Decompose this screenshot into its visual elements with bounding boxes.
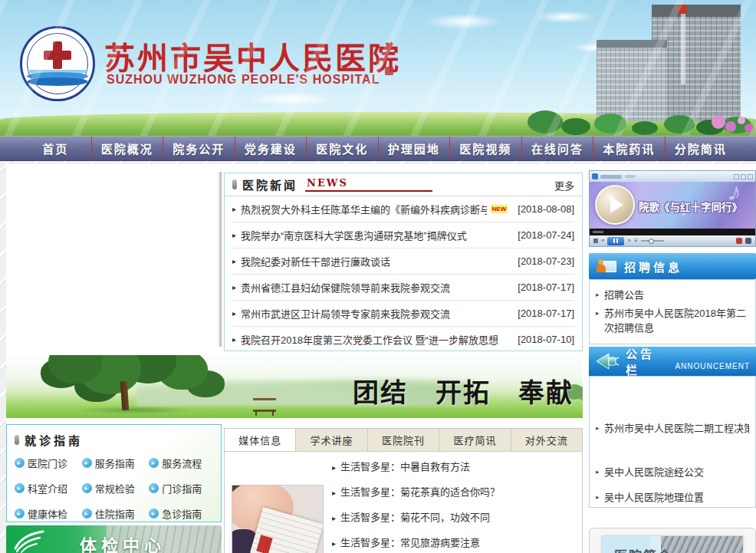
guide-item-inpatient-guide[interactable]: 住院指南	[82, 506, 150, 521]
news-header: 医院新闻 NEWS 更多	[225, 173, 582, 196]
exam-center-title: 体检中心	[80, 532, 166, 553]
news-item-date: [2018-07-17]	[518, 281, 574, 293]
guide-item-outpatient-guide[interactable]: 门诊指南	[149, 481, 216, 495]
circle-arrow-icon	[15, 483, 25, 493]
circle-arrow-icon	[149, 458, 159, 468]
settings-button[interactable]	[745, 238, 751, 244]
video-caption: 院歌《与红十字同行》	[639, 199, 742, 214]
recruit-item[interactable]: 苏州市吴中人民医院2018年第二次招聘信息	[596, 306, 749, 335]
more-link[interactable]: 更多	[554, 178, 574, 193]
news-item-date: [2018-07-24]	[518, 229, 574, 241]
bullet-icon	[232, 179, 237, 189]
media-item[interactable]: 生活智多星：中暑自救有方法	[332, 454, 576, 479]
slogan-text: 团结 开拓 奉献	[353, 372, 574, 410]
flowers-illustration	[712, 114, 756, 136]
recruit-list: 招聘公告 苏州市吴中人民医院2018年第二次招聘信息	[589, 279, 756, 344]
nav-item-pharmacy-news[interactable]: 本院药讯	[593, 137, 665, 160]
intro-title: 医院简介	[614, 545, 672, 553]
stop-button[interactable]	[593, 239, 598, 243]
intro-image: 医院简介	[602, 536, 743, 553]
tab-medical-brief[interactable]: 医疗简讯	[439, 429, 511, 451]
tab-media-info[interactable]: 媒体信息	[225, 429, 296, 451]
new-badge: NEW	[491, 205, 508, 213]
record-button[interactable]	[736, 238, 742, 244]
announcement-header: 公告栏 ANNOUNCEMENT	[589, 347, 756, 376]
media-photo	[232, 485, 324, 553]
tab-academic-lecture[interactable]: 学术讲座	[296, 429, 367, 451]
playlist-button[interactable]: ≡	[634, 235, 638, 246]
news-item-title[interactable]: 我院举办“南京医科大学医患沟通研究基地”揭牌仪式	[241, 228, 511, 242]
news-item[interactable]: 我院召开2018年度第三次党委工作会议 暨“进一步解放思想 [2018-07-1…	[232, 327, 574, 352]
player-logo-icon	[592, 173, 598, 179]
nav-item-overview[interactable]: 医院概况	[91, 137, 163, 160]
volume-slider[interactable]	[641, 240, 664, 242]
tab-external-exchange[interactable]: 对外交流	[511, 429, 582, 451]
guide-item-emergency-guide[interactable]: 急诊指南	[149, 506, 216, 521]
building-logo-sign	[678, 5, 687, 14]
announcement-item[interactable]: 苏州市吴中人民医院二期工程决策事	[596, 421, 749, 436]
guide-item-outpatient[interactable]: 医院门诊	[15, 456, 82, 470]
building-sign-strip	[681, 14, 685, 84]
signature-seal	[379, 41, 399, 75]
guide-item-service-flow[interactable]: 服务流程	[149, 456, 216, 470]
grass-illustration	[0, 112, 756, 136]
circle-arrow-icon	[149, 509, 159, 518]
news-title: 医院新闻	[242, 176, 297, 193]
news-item[interactable]: 热烈祝贺大外科主任陈革华主编的《新编外科疾病诊断与治 NEW [2018-08-…	[232, 196, 574, 222]
news-item-title[interactable]: 常州市武进区卫计局领导专家前来我院参观交流	[241, 306, 511, 321]
announcement-title-en: ANNOUNCEMENT	[675, 362, 750, 370]
guide-item-service-guide[interactable]: 服务指南	[82, 456, 150, 470]
media-item[interactable]: 生活智多星：菊花茶真的适合你吗？	[332, 479, 576, 505]
minimize-icon[interactable]	[734, 174, 739, 179]
news-item-date: [2018-08-08]	[518, 203, 574, 215]
news-item-title[interactable]: 我院召开2018年度第三次党委工作会议 暨“进一步解放思想	[241, 332, 511, 347]
nav-item-nursing[interactable]: 护理园地	[378, 137, 450, 160]
announcement-item[interactable]: 吴中人民医院途经公交	[596, 465, 749, 479]
news-item-title[interactable]: 贵州省德江县妇幼保健院领导前来我院参观交流	[241, 280, 511, 295]
nav-item-online-qa[interactable]: 在线问答	[521, 137, 593, 160]
news-list: 热烈祝贺大外科主任陈革华主编的《新编外科疾病诊断与治 NEW [2018-08-…	[225, 196, 582, 352]
recruit-item[interactable]: 招聘公告	[596, 288, 749, 302]
news-item[interactable]: 常州市武进区卫计局领导专家前来我院参观交流 [2018-07-17]	[232, 301, 574, 327]
news-item-title[interactable]: 我院纪委对新任干部进行廉政谈话	[241, 254, 511, 268]
tab-hospital-journal[interactable]: 医院院刊	[368, 429, 439, 451]
cloud-illustration	[537, 11, 593, 23]
nav-item-public-affairs[interactable]: 院务公开	[163, 137, 235, 160]
trees-illustration	[528, 107, 756, 136]
news-item[interactable]: 我院纪委对新任干部进行廉政谈话 [2018-07-23]	[232, 249, 574, 275]
announcement-title: 公告栏	[626, 345, 669, 377]
pause-button[interactable]	[607, 237, 624, 245]
hospital-logo	[20, 26, 95, 101]
news-panel: 医院新闻 NEWS 更多 热烈祝贺大外科主任陈革华主编的《新编外科疾病诊断与治 …	[224, 173, 583, 351]
news-item-title[interactable]: 热烈祝贺大外科主任陈革华主编的《新编外科疾病诊断与治	[241, 202, 487, 216]
recruit-header: 招聘信息	[589, 253, 756, 279]
cloud-illustration	[245, 92, 337, 106]
player-subtitle-placeholder	[625, 175, 636, 178]
hospital-building-illustration	[597, 40, 667, 121]
intro-panel[interactable]: 医院简介	[589, 528, 756, 553]
nav-item-video[interactable]: 医院视频	[449, 137, 521, 160]
circle-arrow-icon	[149, 483, 159, 493]
bullet-icon	[15, 435, 19, 445]
guide-item-departments[interactable]: 科室介绍	[15, 481, 82, 495]
media-item[interactable]: 生活智多星：菊花不同，功效不同	[332, 505, 576, 530]
maximize-icon[interactable]	[741, 174, 746, 179]
news-item[interactable]: 我院举办“南京医科大学医患沟通研究基地”揭牌仪式 [2018-07-24]	[232, 222, 574, 249]
red-cross-icon	[44, 41, 71, 69]
exam-center-banner[interactable]: 体检中心	[6, 525, 222, 553]
nav-item-culture[interactable]: 医院文化	[306, 137, 378, 160]
guide-item-routine-tests[interactable]: 常规检验	[82, 481, 150, 495]
guide-item-health-checkup[interactable]: 健康体检	[15, 506, 82, 521]
next-button[interactable]: »	[627, 235, 630, 246]
close-icon[interactable]	[748, 174, 753, 179]
play-button[interactable]	[595, 185, 635, 225]
cloud-illustration	[574, 43, 613, 52]
hospital-name-cn: 苏州市吴中人民医院	[104, 34, 401, 78]
nav-item-party-building[interactable]: 党务建设	[235, 137, 307, 160]
nav-item-home[interactable]: 首页	[20, 137, 91, 160]
media-item[interactable]: 生活智多星：常见旅游病要注意	[332, 530, 576, 553]
news-item[interactable]: 贵州省德江县妇幼保健院领导前来我院参观交流 [2018-07-17]	[232, 275, 574, 301]
announcement-item[interactable]: 吴中人民医院地理位置	[596, 490, 749, 505]
nav-item-branch-news[interactable]: 分院简讯	[665, 137, 737, 160]
prev-button[interactable]: «	[601, 235, 604, 246]
